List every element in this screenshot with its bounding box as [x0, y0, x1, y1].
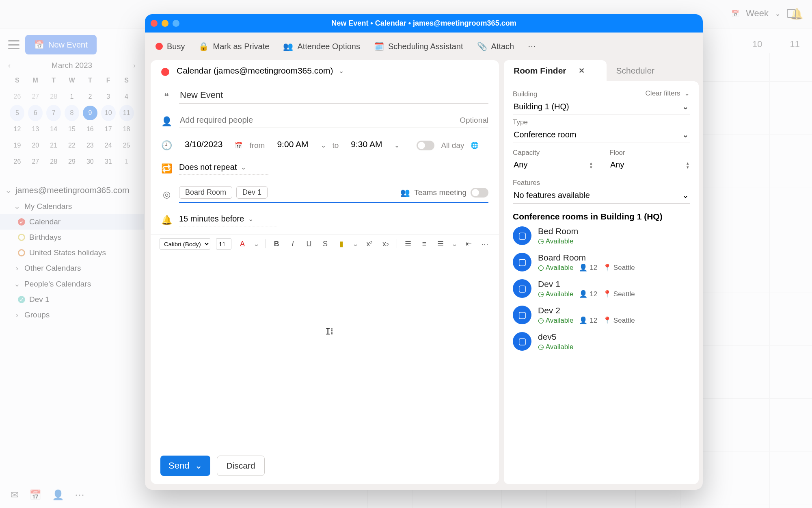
chevron-down-icon: ⌄	[684, 89, 690, 97]
paperclip-icon: 📎	[477, 41, 487, 51]
align-button[interactable]: ☰	[435, 239, 446, 248]
font-size-input[interactable]	[216, 238, 231, 250]
repeat-icon: 🔁	[161, 163, 172, 174]
mark-private-label: Mark as Private	[213, 42, 269, 51]
teams-meeting-toggle[interactable]	[471, 188, 488, 198]
room-name: Dev 2	[538, 306, 635, 315]
start-time-input[interactable]: 9:00 AM	[271, 139, 314, 151]
date-input[interactable]: 3/10/2023	[179, 139, 228, 151]
chevron-down-icon[interactable]: ⌄	[321, 141, 326, 149]
type-label: Type	[513, 118, 690, 126]
underline-button[interactable]: U	[304, 240, 314, 248]
chevron-down-icon[interactable]: ⌄	[451, 239, 458, 248]
event-body-editor[interactable]: 𝙸⁞	[151, 253, 499, 456]
send-button-label: Send	[168, 460, 189, 471]
close-icon[interactable]: ✕	[579, 66, 585, 75]
chevron-down-icon[interactable]: ⌄	[394, 141, 400, 149]
to-label: to	[333, 141, 339, 150]
end-time-input[interactable]: 9:30 AM	[345, 139, 388, 151]
room-list-item[interactable]: ▢Bed Room◷ Available	[513, 226, 690, 245]
superscript-button[interactable]: x²	[364, 240, 375, 248]
all-day-toggle[interactable]	[417, 141, 434, 150]
calendar-picker-icon[interactable]: 📅	[235, 141, 243, 149]
type-select[interactable]: Conference room⌄	[513, 126, 690, 143]
chevron-down-icon[interactable]: ⌄	[339, 67, 344, 75]
clear-filters-button[interactable]: Clear filters ⌄	[646, 89, 690, 98]
chevron-down-icon[interactable]: ⌄	[253, 239, 259, 248]
bulleted-list-button[interactable]: ☰	[403, 239, 413, 248]
calendar-color-dot	[161, 68, 169, 76]
strikethrough-button[interactable]: S	[320, 240, 330, 248]
attach-button[interactable]: 📎 Attach	[477, 41, 514, 51]
discard-button[interactable]: Discard	[217, 456, 264, 476]
room-capacity: 👤 12	[579, 263, 597, 272]
tab-room-finder[interactable]: Room Finder ✕	[504, 60, 607, 81]
chevron-down-icon[interactable]: ⌄	[248, 215, 253, 223]
tab-scheduler[interactable]: Scheduler	[607, 60, 665, 81]
outdent-button[interactable]: ⇤	[463, 239, 474, 248]
optional-toggle[interactable]: Optional	[460, 116, 488, 125]
features-select[interactable]: No features available⌄	[513, 187, 690, 204]
attendee-options-button[interactable]: 👥 Attendee Options	[283, 41, 360, 51]
more-toolbar-icon[interactable]: ⋯	[528, 41, 536, 51]
location-icon: ◎	[161, 189, 172, 200]
room-list-item[interactable]: ▢Dev 1◷ Available👤 12📍 Seattle	[513, 279, 690, 298]
location-input[interactable]: Board Room Dev 1 👥 Teams meeting	[179, 186, 488, 203]
show-as-busy[interactable]: Busy	[155, 42, 185, 51]
send-button[interactable]: Send ⌄	[160, 456, 210, 476]
chevron-down-icon: ⌄	[682, 130, 689, 139]
more-formatting-button[interactable]: ⋯	[479, 239, 490, 248]
chevron-down-icon[interactable]: ⌄	[352, 239, 358, 248]
room-list-item[interactable]: ▢Dev 2◷ Available👤 12📍 Seattle	[513, 306, 690, 325]
chevron-down-icon[interactable]: ⌄	[195, 460, 202, 471]
scheduling-assistant-label: Scheduling Assistant	[388, 42, 463, 51]
highlight-button[interactable]: ▮	[336, 239, 347, 248]
room-icon: ▢	[513, 332, 531, 351]
location-chip[interactable]: Dev 1	[236, 186, 268, 199]
from-label: from	[249, 141, 265, 150]
room-icon: ▢	[513, 226, 531, 245]
room-availability: ◷ Available	[538, 263, 573, 272]
capacity-stepper[interactable]: Any ▴▾	[513, 157, 593, 173]
room-finder-tab-label: Room Finder	[514, 66, 566, 76]
timezone-icon[interactable]: 🌐	[471, 141, 479, 149]
chevron-down-icon[interactable]: ⌄	[241, 163, 246, 171]
room-list-title: Conference rooms in Building 1 (HQ)	[513, 212, 690, 221]
italic-button[interactable]: I	[287, 240, 298, 248]
attach-label: Attach	[491, 42, 514, 51]
lock-icon: 🔒	[199, 41, 209, 51]
bold-button[interactable]: B	[271, 240, 282, 248]
required-people-input[interactable]	[179, 115, 456, 125]
room-icon: ▢	[513, 306, 531, 324]
status-dot-icon	[155, 43, 163, 50]
location-chip[interactable]: Board Room	[179, 186, 232, 199]
modal-title: New Event • Calendar • james@meetingroom…	[145, 19, 703, 28]
event-title-input[interactable]	[179, 89, 488, 101]
mark-private-button[interactable]: 🔒 Mark as Private	[199, 41, 269, 51]
teams-icon: 👥	[400, 188, 410, 197]
clock-icon: 🕘	[161, 140, 172, 151]
floor-stepper[interactable]: Any ▴▾	[609, 157, 690, 173]
repeat-select[interactable]: Does not repeat	[179, 163, 237, 172]
floor-label: Floor	[609, 149, 690, 157]
building-label: Building	[513, 90, 538, 98]
room-city: 📍 Seattle	[603, 290, 635, 298]
room-city: 📍 Seattle	[603, 316, 635, 325]
scheduling-assistant-icon: 🗓️	[374, 41, 384, 51]
font-family-select[interactable]: Calibri (Body)	[160, 238, 210, 250]
room-city: 📍 Seattle	[603, 263, 635, 272]
reminder-select[interactable]: 15 minutes before	[179, 214, 244, 224]
room-icon: ▢	[513, 279, 531, 298]
calendar-select[interactable]: Calendar (james@meetingroom365.com)	[177, 66, 333, 76]
room-list-item[interactable]: ▢Board Room◷ Available👤 12📍 Seattle	[513, 253, 690, 272]
subscript-button[interactable]: x₂	[380, 239, 391, 248]
numbered-list-button[interactable]: ≡	[419, 240, 430, 248]
room-capacity: 👤 12	[579, 316, 597, 325]
room-list-item[interactable]: ▢dev5◷ Available	[513, 332, 690, 351]
scheduling-assistant-button[interactable]: 🗓️ Scheduling Assistant	[374, 41, 463, 51]
building-select[interactable]: Building 1 (HQ)⌄	[513, 98, 690, 115]
room-meta: ◷ Available👤 12📍 Seattle	[538, 316, 635, 325]
font-color-button[interactable]: A	[237, 240, 248, 248]
features-label: Features	[513, 179, 690, 187]
person-icon: 👤	[161, 116, 172, 127]
